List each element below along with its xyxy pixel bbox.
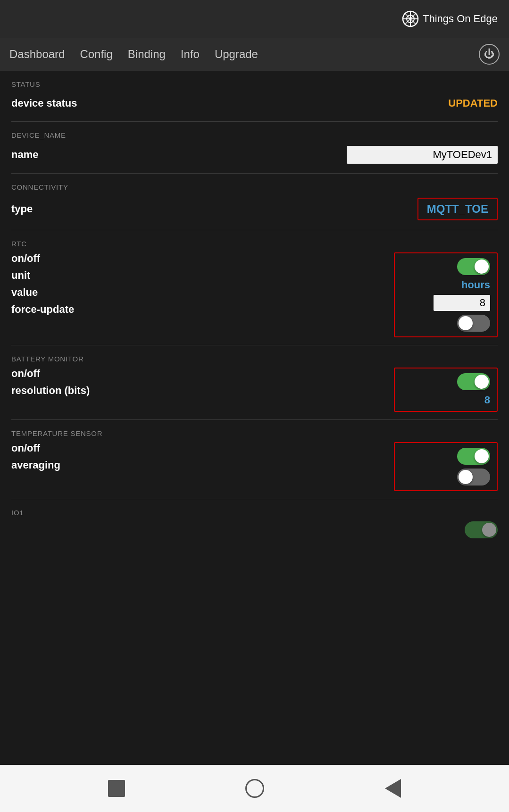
home-button[interactable]	[242, 776, 267, 801]
temperature-sensor-controls-box	[394, 442, 498, 491]
connectivity-value-box[interactable]: MQTT_TOE	[417, 198, 498, 220]
status-section-label: STATUS	[11, 80, 498, 88]
back-button[interactable]	[381, 776, 405, 801]
rtc-section: RTC on/off unit value force-update hours	[11, 230, 498, 345]
temperature-averaging-toggle[interactable]	[457, 469, 490, 486]
temperature-averaging-thumb	[459, 470, 473, 484]
rtc-unit-label: unit	[11, 269, 74, 282]
temperature-toggle-thumb	[475, 449, 489, 463]
rtc-toggle-track[interactable]	[457, 258, 490, 275]
status-value: UPDATED	[448, 97, 498, 109]
status-field-label: device status	[11, 97, 77, 109]
square-button[interactable]	[104, 776, 129, 801]
nav-upgrade[interactable]: Upgrade	[215, 48, 258, 61]
main-content: STATUS device status UPDATED DEVICE_NAME…	[0, 71, 509, 765]
rtc-onoff-label: on/off	[11, 252, 74, 265]
battery-monitor-controls-box: 8	[394, 368, 498, 412]
status-section: STATUS device status UPDATED	[11, 71, 498, 122]
temperature-sensor-section: TEMPERATURE SENSOR on/off averaging	[11, 420, 498, 499]
nav-info[interactable]: Info	[181, 48, 200, 61]
device-name-section: DEVICE_NAME name	[11, 122, 498, 174]
io1-partial-row	[11, 521, 498, 538]
rtc-force-update-row	[401, 315, 490, 332]
rtc-force-update-toggle[interactable]	[457, 315, 490, 332]
nav-dashboard[interactable]: Dashboard	[9, 48, 65, 61]
rtc-toggle-thumb	[475, 260, 489, 274]
logo-text: Things On Edge	[423, 13, 498, 25]
connectivity-field-row: type MQTT_TOE	[11, 196, 498, 222]
rtc-controls-box: hours	[394, 252, 498, 337]
rtc-content-row: on/off unit value force-update hours	[11, 252, 498, 337]
logo: Things On Edge	[402, 10, 498, 27]
temperature-averaging-label: averaging	[11, 459, 60, 471]
io1-toggle-thumb	[482, 523, 496, 537]
status-field-row: device status UPDATED	[11, 93, 498, 114]
circle-icon	[245, 779, 264, 798]
rtc-unit-value[interactable]: hours	[461, 279, 490, 291]
battery-monitor-section-label: BATTERY MONITOR	[11, 355, 498, 363]
battery-resolution-value: 8	[484, 394, 490, 406]
rtc-force-update-track[interactable]	[457, 315, 490, 332]
temperature-averaging-row	[401, 469, 490, 486]
rtc-force-update-label: force-update	[11, 303, 74, 316]
io1-partial-toggle[interactable]	[465, 521, 498, 538]
battery-toggle-row	[401, 373, 490, 390]
temperature-sensor-content-row: on/off averaging	[11, 442, 498, 491]
top-bar: Things On Edge	[0, 0, 509, 38]
rtc-unit-row: hours	[401, 279, 490, 291]
device-name-section-label: DEVICE_NAME	[11, 131, 498, 139]
battery-monitor-section: BATTERY MONITOR on/off resolution (bits)…	[11, 345, 498, 420]
bottom-nav	[0, 765, 509, 812]
nav-binding[interactable]: Binding	[128, 48, 166, 61]
temperature-sensor-section-label: TEMPERATURE SENSOR	[11, 429, 498, 437]
connectivity-field-label: type	[11, 203, 33, 215]
io1-section-label: IO1	[11, 509, 498, 517]
battery-toggle-track[interactable]	[457, 373, 490, 390]
battery-monitor-content-row: on/off resolution (bits) 8	[11, 368, 498, 412]
temperature-toggle-row	[401, 448, 490, 465]
temperature-toggle-track[interactable]	[457, 448, 490, 465]
rtc-toggle-row	[401, 258, 490, 275]
power-button[interactable]: ⏻	[479, 44, 500, 65]
nav-config[interactable]: Config	[80, 48, 112, 61]
rtc-labels: on/off unit value force-update	[11, 252, 74, 316]
battery-monitor-labels: on/off resolution (bits)	[11, 368, 90, 397]
nav-links: Dashboard Config Binding Info Upgrade	[9, 48, 258, 61]
nav-bar: Dashboard Config Binding Info Upgrade ⏻	[0, 38, 509, 71]
square-icon	[108, 780, 125, 797]
connectivity-value: MQTT_TOE	[427, 202, 488, 215]
battery-onoff-label: on/off	[11, 368, 90, 380]
rtc-section-label: RTC	[11, 240, 498, 248]
device-name-field-row: name	[11, 144, 498, 166]
rtc-toggle[interactable]	[457, 258, 490, 275]
battery-toggle-thumb	[475, 375, 489, 389]
rtc-value-input[interactable]	[434, 295, 490, 311]
triangle-icon	[385, 779, 401, 798]
temperature-toggle[interactable]	[457, 448, 490, 465]
device-name-input[interactable]	[347, 146, 498, 164]
temperature-onoff-label: on/off	[11, 442, 60, 454]
rtc-value-row	[401, 295, 490, 311]
battery-toggle[interactable]	[457, 373, 490, 390]
connectivity-section-label: CONNECTIVITY	[11, 183, 498, 191]
io1-section: IO1	[11, 499, 498, 542]
logo-icon	[402, 10, 419, 27]
io1-toggle-track[interactable]	[465, 521, 498, 538]
connectivity-section: CONNECTIVITY type MQTT_TOE	[11, 174, 498, 230]
rtc-force-update-thumb	[459, 316, 473, 330]
temperature-sensor-labels: on/off averaging	[11, 442, 60, 471]
rtc-value-label: value	[11, 286, 74, 299]
device-name-field-label: name	[11, 149, 38, 161]
battery-resolution-row: 8	[401, 394, 490, 406]
battery-resolution-label: resolution (bits)	[11, 385, 90, 397]
temperature-averaging-track[interactable]	[457, 469, 490, 486]
